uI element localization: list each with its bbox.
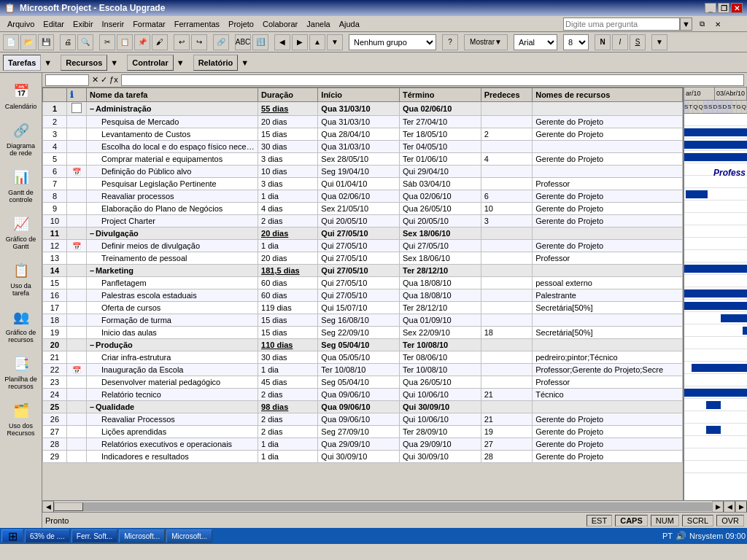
menu-projeto[interactable]: Projeto: [224, 18, 258, 30]
menu-editar[interactable]: Editar: [39, 18, 69, 30]
search-dropdown-icon[interactable]: ▼: [680, 18, 692, 31]
controlar-button[interactable]: Controlar: [127, 55, 174, 71]
group-dropdown[interactable]: Nenhum grupo: [349, 34, 436, 50]
window-size-icon[interactable]: ⧉: [695, 18, 709, 30]
restore-button[interactable]: ❐: [718, 3, 729, 13]
row-task-name[interactable]: Definir meios de divulgação: [86, 240, 258, 252]
new-button[interactable]: 📄: [3, 34, 19, 50]
close-search-icon[interactable]: ✕: [711, 19, 725, 30]
undo-button[interactable]: ↩: [174, 34, 190, 50]
start-button[interactable]: ⊞: [1, 529, 23, 542]
close-button[interactable]: ✕: [731, 3, 743, 13]
recursos-button[interactable]: Recursos: [61, 55, 107, 71]
row-task-name[interactable]: Relatório tecnico: [86, 389, 258, 401]
horizontal-scrollbar[interactable]: ◀ ▶ ◀ ▶: [42, 500, 747, 512]
row-task-name[interactable]: Indicadores e resultados: [86, 451, 258, 463]
search-input[interactable]: [563, 18, 680, 31]
taskbar-ms2[interactable]: Microsoft...: [166, 529, 212, 542]
down-button[interactable]: ▼: [327, 34, 343, 50]
row-task-name[interactable]: Reavaliar processos: [86, 190, 258, 203]
row-task-name[interactable]: –Administração: [86, 102, 258, 116]
row-task-name[interactable]: –Divulgação: [86, 228, 258, 240]
row-task-name[interactable]: Comprar material e equipamentos: [86, 153, 258, 166]
sidebar-item-uso-recursos[interactable]: 🗂️ Uso dos Recursos: [2, 395, 40, 440]
sidebar-item-uso-tarefa[interactable]: 📋 Uso da tarefa: [2, 255, 40, 300]
col-pred[interactable]: Predeces: [481, 88, 533, 102]
col-start[interactable]: Início: [318, 88, 400, 102]
sidebar-item-diagrama-rede[interactable]: 🔗 Diagrama de rede: [2, 115, 40, 160]
taskbar-ms1[interactable]: Microsoft...: [119, 529, 165, 542]
row-task-name[interactable]: Criar infra-estrutura: [86, 351, 258, 364]
menu-formatar[interactable]: Formatar: [128, 18, 170, 30]
row-task-name[interactable]: Levantamento de Custos: [86, 128, 258, 141]
menu-exibir[interactable]: Exibir: [69, 18, 98, 30]
scroll-thumb[interactable]: [54, 502, 83, 511]
underline-button[interactable]: S: [630, 34, 646, 50]
row-task-name[interactable]: –Qualidade: [86, 401, 258, 413]
gantt-scroll-right[interactable]: ▶: [735, 501, 747, 513]
format-painter-button[interactable]: 🖌: [152, 34, 168, 50]
forward-button[interactable]: ▶: [292, 34, 308, 50]
row-task-name[interactable]: Elaboração do Plano de Negócios: [86, 203, 258, 215]
italic-button[interactable]: I: [612, 34, 628, 50]
save-button[interactable]: 💾: [38, 34, 54, 50]
taskbar-63[interactable]: 63% de ....: [25, 529, 70, 542]
copy-button[interactable]: 📋: [117, 34, 133, 50]
tarefas-button[interactable]: Tarefas: [3, 55, 41, 71]
row-task-name[interactable]: Escolha do local e do espaço físico nece…: [86, 141, 258, 153]
print-button[interactable]: 🖨: [60, 34, 76, 50]
preview-button[interactable]: 🔍: [77, 34, 93, 50]
menu-janela[interactable]: Janela: [302, 18, 334, 30]
cut-button[interactable]: ✂: [99, 34, 115, 50]
sidebar-item-grafico-recursos[interactable]: 👥 Gráfico de recursos: [2, 302, 40, 347]
mostrar-button[interactable]: Mostrar▼: [464, 34, 508, 50]
sidebar-item-gantt-controle[interactable]: 📊 Gantt de controle: [2, 162, 40, 207]
row-task-name[interactable]: Desenvolver material pedagógico: [86, 376, 258, 389]
sidebar-item-planilha-recursos[interactable]: 📑 Planilha de recursos: [2, 349, 40, 394]
menu-arquivo[interactable]: Arquivo: [3, 18, 39, 30]
row-task-name[interactable]: Definição do Público alvo: [86, 166, 258, 178]
row-task-name[interactable]: –Produção: [86, 339, 258, 351]
row-task-name[interactable]: Panfletagem: [86, 277, 258, 289]
row-task-name[interactable]: Inauguração da Escola: [86, 364, 258, 376]
open-button[interactable]: 📂: [20, 34, 36, 50]
row-task-name[interactable]: Lições aprendidas: [86, 426, 258, 438]
row-task-name[interactable]: Formação de turma: [86, 314, 258, 327]
redo-button[interactable]: ↪: [191, 34, 207, 50]
col-resources[interactable]: Nomes de recursos: [533, 88, 683, 102]
font-dropdown[interactable]: Arial: [514, 34, 557, 50]
filter-button[interactable]: ▼: [651, 34, 667, 50]
up-button[interactable]: ▲: [309, 34, 325, 50]
menu-ferramentas[interactable]: Ferramentas: [170, 18, 224, 30]
fontsize-dropdown[interactable]: 8: [563, 34, 589, 50]
row-task-name[interactable]: Inicio das aulas: [86, 327, 258, 339]
sidebar-item-calendario[interactable]: 📅 Calendário: [2, 76, 40, 114]
menu-inserir[interactable]: Inserir: [98, 18, 129, 30]
row-task-name[interactable]: Pesquisa de Mercado: [86, 116, 258, 128]
relatorio-button[interactable]: Relatório: [193, 55, 239, 71]
col-duration[interactable]: Duração: [258, 88, 318, 102]
row-task-name[interactable]: Oferta de cursos: [86, 302, 258, 314]
back-button[interactable]: ◀: [274, 34, 290, 50]
row-task-name[interactable]: Relatórios executivos e operacionais: [86, 438, 258, 451]
minimize-button[interactable]: _: [705, 3, 716, 13]
calc-button[interactable]: 🔢: [252, 34, 268, 50]
spell-button[interactable]: ABC: [235, 34, 251, 50]
row-task-name[interactable]: Project Charter: [86, 215, 258, 228]
col-name[interactable]: Nome da tarefa: [86, 88, 258, 102]
col-end[interactable]: Término: [400, 88, 481, 102]
row-task-name[interactable]: Palestras escola estaduais: [86, 289, 258, 302]
row-task-name[interactable]: –Marketing: [86, 265, 258, 277]
scroll-left-button[interactable]: ◀: [42, 501, 54, 513]
bold-button[interactable]: N: [595, 34, 611, 50]
row-task-name[interactable]: Reavaliar Processos: [86, 413, 258, 426]
scroll-track[interactable]: [54, 502, 712, 511]
paste-button[interactable]: 📌: [134, 34, 150, 50]
row-task-name[interactable]: Treinamento de pessoal: [86, 252, 258, 265]
help-button[interactable]: ?: [442, 34, 458, 50]
menu-colaborar[interactable]: Colaborar: [258, 18, 302, 30]
taskbar-ferr[interactable]: Ferr. Soft...: [71, 529, 117, 542]
scroll-right-button[interactable]: ▶: [712, 501, 724, 513]
sidebar-item-grafico-gantt[interactable]: 📈 Gráfico de Gantt: [2, 209, 40, 254]
gantt-scroll-left[interactable]: ◀: [724, 501, 735, 513]
